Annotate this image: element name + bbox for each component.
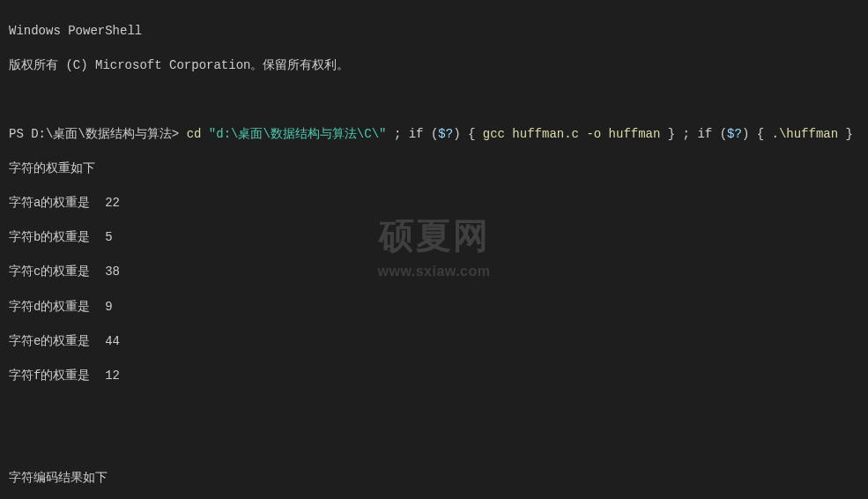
cmd-if: if <box>409 127 424 141</box>
cmd-run: .\huffman <box>772 127 839 141</box>
terminal-output[interactable]: Windows PowerShell 版权所有 (C) Microsoft Co… <box>9 5 859 499</box>
cmd-rparen: ) <box>453 127 468 141</box>
weight-line: 字符e的权重是 44 <box>9 333 859 351</box>
command-line: PS D:\桌面\数据结构与算法> cd "d:\桌面\数据结构与算法\C\" … <box>9 126 859 144</box>
cmd-var2: $? <box>727 127 742 141</box>
codes-heading: 字符编码结果如下 <box>9 470 859 488</box>
cmd-sep2: ; <box>675 127 697 141</box>
prompt-prefix: PS <box>9 127 31 141</box>
blank-line <box>9 436 859 453</box>
cmd-rbrace: } <box>660 127 675 141</box>
shell-title: Windows PowerShell <box>9 23 859 41</box>
cmd-sep: ; <box>386 127 408 141</box>
prompt-path: D:\桌面\数据结构与算法 <box>31 127 172 141</box>
weight-line: 字符d的权重是 9 <box>9 299 859 317</box>
weight-line: 字符f的权重是 12 <box>9 368 859 385</box>
cmd-rparen2: ) <box>742 127 757 141</box>
cmd-lparen2: ( <box>712 127 727 141</box>
prompt-gt: > <box>172 127 187 141</box>
weight-line: 字符c的权重是 38 <box>9 264 859 281</box>
weights-heading: 字符的权重如下 <box>9 160 859 178</box>
weight-line: 字符a的权重是 22 <box>9 195 859 212</box>
blank-line <box>9 402 859 419</box>
cmd-var: $? <box>438 127 453 141</box>
blank-line <box>9 92 859 108</box>
cmd-path: "d:\桌面\数据结构与算法\C\" <box>209 127 387 141</box>
cmd-rbrace2: } <box>838 127 853 141</box>
weight-line: 字符b的权重是 5 <box>9 229 859 247</box>
copyright-line: 版权所有 (C) Microsoft Corporation。保留所有权利。 <box>9 57 859 75</box>
cmd-if2: if <box>697 127 712 141</box>
cmd-lbrace2: { <box>757 127 772 141</box>
cmd-gcc: gcc huffman.c -o huffman <box>483 127 661 141</box>
cmd-lparen: ( <box>424 127 439 141</box>
cmd-lbrace: { <box>468 127 483 141</box>
cmd-cd: cd <box>187 127 202 141</box>
